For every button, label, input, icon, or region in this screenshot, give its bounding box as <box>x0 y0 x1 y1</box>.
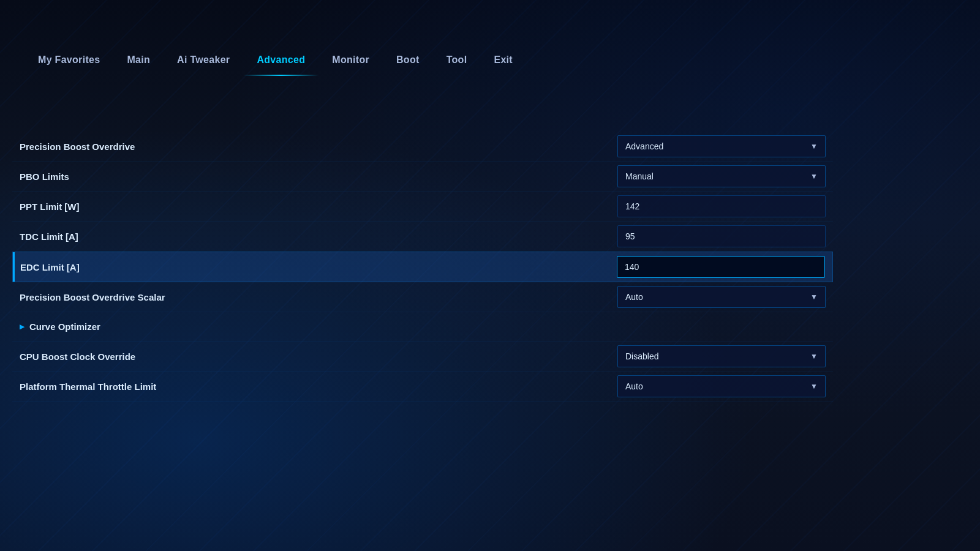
setting-row-ppt: PPT Limit [W] 142 <box>12 192 833 222</box>
setting-label-tdc: TDC Limit [A] <box>20 231 617 242</box>
setting-control-edc: 140 <box>617 256 825 278</box>
tdc-value: 95 <box>625 231 635 241</box>
setting-control-pbo: Advanced ▼ <box>617 135 826 157</box>
setting-label-pbo: Precision Boost Overdrive <box>20 141 617 152</box>
cpu-boost-value: Disabled <box>625 351 658 361</box>
nav-monitor[interactable]: Monitor <box>318 44 383 76</box>
thermal-dropdown[interactable]: Auto ▼ <box>617 375 826 397</box>
nav-ai-tweaker[interactable]: Ai Tweaker <box>164 44 243 76</box>
setting-control-pbo-scalar: Auto ▼ <box>617 286 826 308</box>
tdc-input[interactable]: 95 <box>617 225 826 247</box>
chevron-down-icon-4: ▼ <box>810 352 818 361</box>
setting-row-curve-optimizer[interactable]: Curve Optimizer <box>12 312 833 342</box>
pbo-limits-dropdown[interactable]: Manual ▼ <box>617 165 826 187</box>
pbo-scalar-value: Auto <box>625 292 643 302</box>
setting-row-cpu-boost: CPU Boost Clock Override Disabled ▼ <box>12 342 833 372</box>
cpu-boost-dropdown[interactable]: Disabled ▼ <box>617 345 826 367</box>
setting-control-pbo-limits: Manual ▼ <box>617 165 826 187</box>
pbo-dropdown[interactable]: Advanced ▼ <box>617 135 826 157</box>
nav-my-favorites[interactable]: My Favorites <box>24 44 113 76</box>
pbo-limits-value: Manual <box>625 171 654 181</box>
setting-label-curve-optimizer: Curve Optimizer <box>20 321 826 332</box>
setting-control-ppt: 142 <box>617 195 826 217</box>
setting-label-ppt: PPT Limit [W] <box>20 201 617 212</box>
setting-control-thermal: Auto ▼ <box>617 375 826 397</box>
chevron-down-icon: ▼ <box>810 142 818 151</box>
setting-row-thermal: Platform Thermal Throttle Limit Auto ▼ <box>12 372 833 402</box>
setting-row-pbo-limits: PBO Limits Manual ▼ <box>12 162 833 192</box>
setting-row-tdc: TDC Limit [A] 95 <box>12 222 833 252</box>
setting-label-pbo-scalar: Precision Boost Overdrive Scalar <box>20 292 617 302</box>
nav-exit[interactable]: Exit <box>480 44 526 76</box>
chevron-down-icon-5: ▼ <box>810 382 818 391</box>
ppt-value: 142 <box>625 201 639 211</box>
pbo-value: Advanced <box>625 141 663 151</box>
ppt-input[interactable]: 142 <box>617 195 826 217</box>
chevron-down-icon-2: ▼ <box>810 172 818 181</box>
pbo-scalar-dropdown[interactable]: Auto ▼ <box>617 286 826 308</box>
setting-control-cpu-boost: Disabled ▼ <box>617 345 826 367</box>
setting-label-edc: EDC Limit [A] <box>20 262 617 272</box>
edc-input[interactable]: 140 <box>617 256 825 278</box>
nav-main[interactable]: Main <box>113 44 164 76</box>
edc-value: 140 <box>625 262 639 272</box>
chevron-down-icon-3: ▼ <box>810 293 818 301</box>
setting-label-pbo-limits: PBO Limits <box>20 171 617 182</box>
setting-row-edc: EDC Limit [A] 140 <box>12 252 833 282</box>
setting-row-pbo: Precision Boost Overdrive Advanced ▼ <box>12 132 833 162</box>
nav-boot[interactable]: Boot <box>383 44 433 76</box>
nav-tool[interactable]: Tool <box>433 44 481 76</box>
setting-label-cpu-boost: CPU Boost Clock Override <box>20 351 617 362</box>
setting-row-pbo-scalar: Precision Boost Overdrive Scalar Auto ▼ <box>12 282 833 312</box>
thermal-value: Auto <box>625 381 643 391</box>
setting-label-thermal: Platform Thermal Throttle Limit <box>20 381 617 392</box>
nav-advanced[interactable]: Advanced <box>243 44 318 76</box>
setting-control-tdc: 95 <box>617 225 826 247</box>
